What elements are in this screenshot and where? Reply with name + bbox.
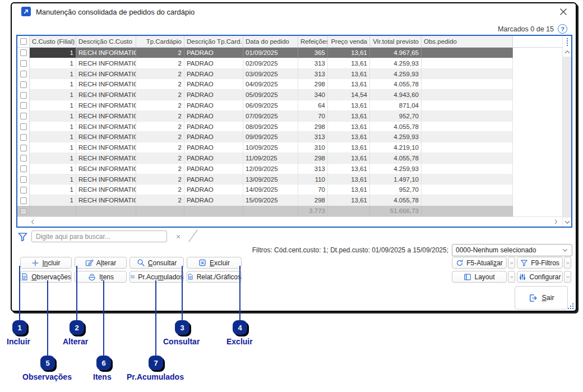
table-cell[interactable]: 13,61 — [328, 100, 370, 111]
grid-menu-kebab-icon[interactable] — [563, 36, 571, 48]
table-cell[interactable]: 14/09/2025 — [243, 185, 298, 195]
table-cell[interactable]: 13,61 — [328, 164, 370, 174]
table-cell[interactable]: 1 — [30, 90, 76, 100]
sair-button[interactable]: Sair — [515, 286, 568, 310]
table-cell[interactable]: 13,61 — [328, 153, 370, 164]
table-cell[interactable]: 871,04 — [370, 100, 422, 111]
table-cell[interactable]: 2 — [136, 164, 184, 174]
table-cell[interactable]: 10/09/2025 — [243, 142, 298, 153]
table-cell[interactable]: 13/09/2025 — [243, 174, 298, 185]
table-cell[interactable]: RECH INFORMATICA — [76, 153, 136, 164]
table-cell[interactable]: 952,70 — [370, 111, 422, 122]
table-cell[interactable]: 02/09/2025 — [243, 58, 298, 69]
table-cell[interactable]: 14,54 — [328, 90, 370, 100]
table-cell[interactable]: 1.497,10 — [370, 174, 422, 185]
table-cell[interactable]: PADRAO — [184, 100, 243, 111]
table-cell[interactable]: 70 — [298, 185, 328, 195]
table-cell[interactable]: RECH INFORMATICA — [76, 195, 136, 206]
table-cell[interactable]: RECH INFORMATICA — [76, 58, 136, 69]
table-cell[interactable]: 01/09/2025 — [243, 48, 298, 58]
row-checkbox[interactable] — [20, 145, 27, 151]
table-cell[interactable]: 4.055,78 — [370, 153, 422, 164]
scrollbar-track[interactable] — [563, 57, 571, 218]
table-cell[interactable]: 2 — [136, 90, 184, 100]
table-cell[interactable]: PADRAO — [184, 142, 243, 153]
relat-graficos-button[interactable]: Relat./Gráficos — [187, 271, 242, 283]
table-cell[interactable]: 2 — [136, 185, 184, 195]
layout-button[interactable]: Layout — [452, 271, 507, 283]
table-row[interactable]: 1RECH INFORMATICA2PADRAO15/09/202529813,… — [17, 195, 562, 206]
f9-filtros-button[interactable]: F9-Filtros — [517, 257, 563, 269]
row-checkbox[interactable] — [20, 197, 27, 204]
table-row[interactable]: 1RECH INFORMATICA2PADRAO04/09/202529813,… — [17, 79, 562, 90]
table-cell[interactable]: 4.219,10 — [370, 142, 422, 153]
f5-atualizar-button[interactable]: F5-Atualizar — [452, 257, 507, 269]
table-cell[interactable] — [422, 111, 513, 122]
table-cell[interactable]: 13,61 — [328, 69, 370, 80]
table-cell[interactable]: 2 — [136, 58, 184, 69]
table-cell[interactable]: 313 — [298, 69, 328, 80]
consultar-button[interactable]: Consultar — [129, 257, 184, 269]
table-cell[interactable]: PADRAO — [184, 79, 243, 90]
table-cell[interactable]: 2 — [136, 122, 184, 132]
table-cell[interactable]: 05/09/2025 — [243, 90, 298, 100]
table-cell[interactable]: PADRAO — [184, 174, 243, 185]
table-cell[interactable]: RECH INFORMATICA — [76, 69, 136, 80]
table-row[interactable]: 1RECH INFORMATICA2PADRAO09/09/202531313,… — [17, 132, 562, 142]
scroll-down-icon[interactable] — [563, 218, 571, 227]
table-row[interactable]: 1RECH INFORMATICA2PADRAO12/09/202531313,… — [17, 164, 562, 174]
table-cell[interactable]: 1 — [30, 58, 76, 69]
table-cell[interactable]: RECH INFORMATICA — [76, 111, 136, 122]
table-row[interactable]: 1RECH INFORMATICA2PADRAO10/09/202531013,… — [17, 142, 562, 153]
table-cell[interactable]: 298 — [298, 195, 328, 206]
table-cell[interactable]: 298 — [298, 122, 328, 132]
row-checkbox[interactable] — [20, 123, 27, 130]
table-row[interactable]: 1RECH INFORMATICA2PADRAO13/09/202511013,… — [17, 174, 562, 185]
table-cell[interactable]: PADRAO — [184, 195, 243, 206]
table-cell[interactable]: 1 — [30, 174, 76, 185]
vertical-scrollbar[interactable] — [562, 36, 571, 227]
table-cell[interactable]: 13,61 — [328, 58, 370, 69]
table-cell[interactable]: RECH INFORMATICA — [76, 122, 136, 132]
table-cell[interactable]: 13,61 — [328, 79, 370, 90]
table-cell[interactable]: 1 — [30, 195, 76, 206]
clear-search-icon[interactable]: × — [173, 230, 183, 242]
table-cell[interactable]: PADRAO — [184, 58, 243, 69]
incluir-button[interactable]: Incluir — [20, 257, 72, 269]
table-cell[interactable]: PADRAO — [184, 111, 243, 122]
table-cell[interactable]: PADRAO — [184, 48, 243, 58]
table-row[interactable]: 1RECH INFORMATICA2PADRAO11/09/202529813,… — [17, 153, 562, 164]
table-row[interactable]: 1RECH INFORMATICA2PADRAO08/09/202529813,… — [17, 122, 562, 132]
search-input[interactable] — [31, 230, 167, 242]
table-cell[interactable]: RECH INFORMATICA — [76, 100, 136, 111]
table-cell[interactable]: 1 — [30, 132, 76, 142]
table-cell[interactable]: 4.943,60 — [370, 90, 422, 100]
row-checkbox[interactable] — [20, 113, 27, 119]
alterar-button[interactable]: Alterar — [75, 257, 127, 269]
table-cell[interactable]: 298 — [298, 79, 328, 90]
table-cell[interactable]: 4.055,78 — [370, 79, 422, 90]
table-cell[interactable] — [422, 185, 513, 195]
table-cell[interactable]: 4.055,78 — [370, 122, 422, 132]
scroll-up-icon[interactable] — [563, 48, 571, 57]
table-cell[interactable]: 07/09/2025 — [243, 111, 298, 122]
help-icon[interactable]: ? — [558, 24, 567, 34]
row-checkbox[interactable] — [20, 155, 27, 162]
table-cell[interactable]: 13,61 — [328, 142, 370, 153]
table-cell[interactable]: PADRAO — [184, 185, 243, 195]
table-cell[interactable]: 64 — [298, 100, 328, 111]
table-cell[interactable]: 2 — [136, 69, 184, 80]
table-cell[interactable]: 1 — [30, 48, 76, 58]
table-cell[interactable]: 952,70 — [370, 185, 422, 195]
table-cell[interactable]: PADRAO — [184, 132, 243, 142]
table-cell[interactable]: 12/09/2025 — [243, 164, 298, 174]
table-cell[interactable]: 1 — [30, 69, 76, 80]
table-cell[interactable] — [422, 58, 513, 69]
table-cell[interactable]: 1 — [30, 111, 76, 122]
table-cell[interactable]: RECH INFORMATICA — [76, 142, 136, 153]
table-cell[interactable]: 365 — [298, 48, 328, 58]
select-all-checkbox[interactable] — [20, 38, 27, 45]
horizontal-scrollbar[interactable] — [17, 216, 562, 227]
table-cell[interactable]: 1 — [30, 122, 76, 132]
column-header[interactable]: Refeições — [298, 36, 328, 47]
